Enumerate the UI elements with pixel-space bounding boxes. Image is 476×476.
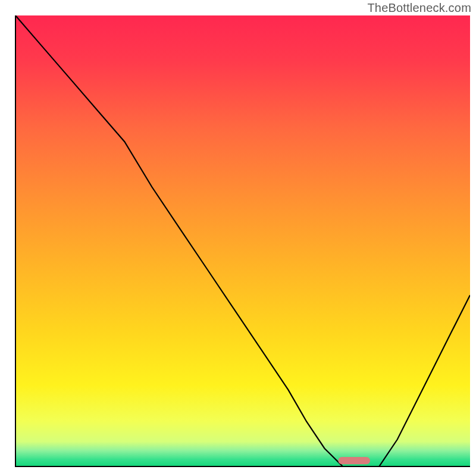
bottleneck-chart: [0, 0, 476, 476]
plot-background: [15, 15, 470, 466]
watermark-text: TheBottleneck.com: [367, 1, 471, 15]
optimal-range-marker: [338, 457, 369, 464]
chart-container: TheBottleneck.com: [0, 0, 476, 476]
